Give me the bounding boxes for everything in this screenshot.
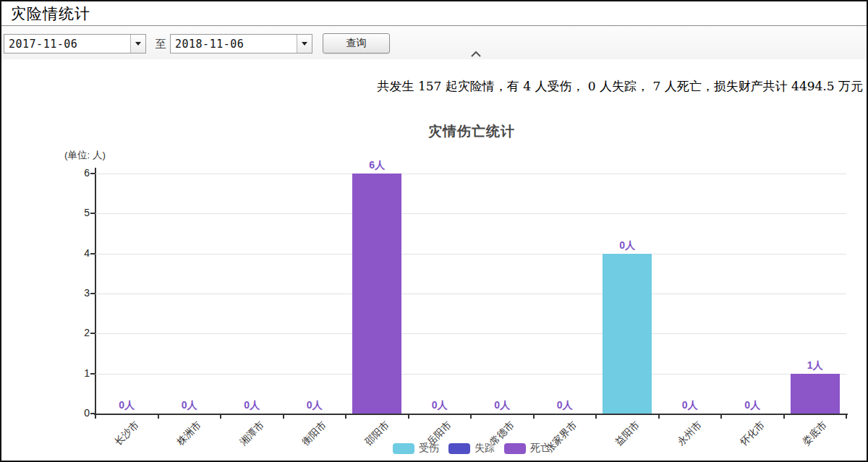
chart-title: 灾情伤亡统计 (218, 122, 725, 141)
date-to-dropdown-button[interactable] (297, 35, 312, 53)
x-axis-tick-mark (408, 415, 409, 419)
legend-swatch-icon (504, 443, 526, 454)
x-axis-line (94, 414, 848, 415)
y-axis-tick-mark (90, 253, 95, 254)
legend-item[interactable]: 受伤 (393, 442, 439, 455)
x-axis-tick-mark (470, 415, 472, 419)
x-axis-tick-mark (283, 415, 284, 419)
y-axis-tick-label: 4 (68, 247, 90, 259)
x-axis-label: 邵阳市 (362, 419, 392, 448)
legend-label: 受伤 (419, 442, 439, 455)
x-axis-label: 衡阳市 (299, 419, 329, 448)
legend-label: 失踪 (475, 442, 495, 455)
x-axis-tick-mark (533, 415, 535, 419)
gridline (95, 213, 846, 214)
x-axis-label: 长沙市 (112, 419, 142, 448)
y-axis-tick-mark (90, 293, 95, 294)
toolbar: 2017-11-06 至 2018-11-06 查询 (1, 26, 867, 59)
x-axis-tick-mark (595, 415, 597, 419)
y-axis-tick-mark (90, 173, 95, 174)
y-axis-tick-label: 2 (68, 327, 90, 338)
gridline (95, 294, 846, 294)
x-axis-label: 益阳市 (613, 419, 642, 448)
date-range-to-label: 至 (152, 34, 169, 54)
legend-swatch-icon (393, 443, 414, 454)
x-axis-tick-mark (720, 415, 722, 419)
bar-value-label: 0人 (668, 399, 712, 412)
gridline (95, 374, 846, 375)
x-axis-label: 湘潭市 (237, 419, 267, 448)
query-button[interactable]: 查询 (323, 33, 390, 54)
y-axis-tick-mark (90, 373, 95, 375)
y-axis-tick-mark (90, 213, 95, 214)
x-axis-label: 永州市 (675, 419, 705, 448)
bar-value-label: 0人 (105, 399, 148, 412)
bar-value-label: 6人 (355, 159, 399, 172)
date-from-combobox[interactable]: 2017-11-06 (4, 34, 146, 54)
bar-value-label: 0人 (168, 399, 211, 412)
gridline (95, 254, 846, 254)
date-from-value: 2017-11-06 (4, 38, 130, 51)
x-axis-label: 怀化市 (738, 419, 767, 448)
bar-value-label: 0人 (543, 399, 587, 412)
x-axis-label: 娄底市 (800, 419, 830, 448)
x-axis-tick-mark (95, 415, 96, 419)
y-axis-tick-label: 5 (68, 207, 90, 218)
y-axis-tick-mark (90, 413, 95, 414)
legend-label: 死亡 (530, 442, 550, 455)
date-to-combobox[interactable]: 2018-11-06 (170, 34, 312, 54)
chevron-down-icon (302, 42, 307, 46)
bar-value-label: 0人 (605, 239, 649, 252)
y-axis-line (95, 168, 96, 415)
bar-value-label: 0人 (480, 399, 524, 412)
x-axis-tick-mark (846, 415, 847, 419)
legend-swatch-icon (448, 443, 470, 454)
bar-value-label: 0人 (731, 399, 774, 412)
page: 灾险情统计 2017-11-06 至 2018-11-06 查询 共发生 157… (0, 0, 868, 462)
x-axis-tick-mark (220, 415, 221, 419)
chart-bar[interactable] (352, 174, 401, 414)
bar-value-label: 0人 (418, 399, 461, 412)
legend-item[interactable]: 死亡 (504, 442, 550, 455)
bar-value-label: 1人 (793, 359, 837, 372)
summary-text: 共发生 157 起灾险情，有 4 人受伤， 0 人失踪， 7 人死亡，损失财产共… (378, 78, 863, 95)
chart-legend: 受伤失踪死亡 (393, 442, 550, 455)
y-axis-tick-label: 6 (68, 167, 90, 179)
x-axis-tick-mark (158, 415, 159, 419)
legend-item[interactable]: 失踪 (448, 442, 495, 455)
chart-plot-area: 01234560人长沙市0人株洲市0人湘潭市0人衡阳市6人邵阳市0人岳阳市0人常… (1, 1, 868, 462)
y-axis-tick-label: 1 (68, 367, 90, 379)
y-axis-tick-label: 3 (68, 287, 90, 299)
x-axis-tick-mark (783, 415, 785, 419)
page-title: 灾险情统计 (1, 4, 90, 24)
gridline (95, 174, 846, 174)
chart-unit-label: (单位: 人) (64, 149, 106, 162)
page-header: 灾险情统计 (1, 1, 867, 26)
date-to-value: 2018-11-06 (171, 38, 297, 51)
date-from-dropdown-button[interactable] (130, 35, 145, 53)
x-axis-tick-mark (345, 415, 346, 419)
bar-value-label: 0人 (230, 399, 273, 412)
collapse-panel-chevron-up-icon[interactable] (470, 51, 482, 58)
y-axis-tick-mark (90, 333, 95, 334)
x-axis-label: 株洲市 (174, 419, 204, 448)
gridline (95, 333, 846, 334)
y-axis-tick-label: 0 (68, 407, 90, 419)
chart-bar[interactable] (603, 254, 652, 414)
chart-bar[interactable] (791, 374, 840, 414)
x-axis-tick-mark (658, 415, 660, 419)
bar-value-label: 0人 (293, 399, 336, 412)
chevron-down-icon (135, 42, 141, 46)
